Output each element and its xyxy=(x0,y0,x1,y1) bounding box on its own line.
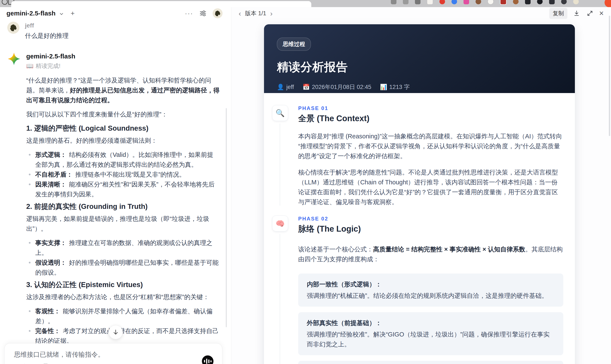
bullet-list: 形式逻辑：结构必须有效（Valid）。比如演绎推理中，如果前提全部为真，那么通过… xyxy=(26,150,220,199)
phase-section: 🔍 PHASE 01 全景 (The Context) 本内容是对“推理 (Re… xyxy=(264,105,563,207)
version-label: 版本 1/1 xyxy=(245,10,266,17)
bar-chart-icon: 📊 xyxy=(380,84,387,90)
report-body: 🔍 PHASE 01 全景 (The Context) 本内容是对“推理 (Re… xyxy=(264,93,575,364)
paragraph: 这是推理的基石。好的推理必须遵循逻辑法则： xyxy=(26,136,220,145)
expand-icon[interactable] xyxy=(586,9,594,17)
version-prev-button[interactable]: ‹ xyxy=(237,10,243,17)
browser-extension-icon[interactable] xyxy=(476,0,481,4)
list-item: 假设透明：好的推理会明确指明哪些是已知事实，哪些是基于可能的假设。 xyxy=(26,258,220,277)
user-message: jeff 什么是好的推理 xyxy=(7,22,220,40)
dimension-card: 外部真实性（前提基础）： 强调推理的“经验校准”。解决“GIGO（垃圾进，垃圾出… xyxy=(298,312,563,355)
message-author: jeff xyxy=(25,22,220,29)
report-meta: 👤jeff 📅2026年01月08日 02:45 📊1213 字 xyxy=(277,83,562,91)
report-badge: 思维过程 xyxy=(277,38,311,51)
meta-date: 📅2026年01月08日 02:45 xyxy=(303,83,371,91)
browser-profile-avatar[interactable] xyxy=(573,0,579,4)
paragraph: 这涉及推理者的心态和方法论，也是区分“杠精”和“思想家”的关键： xyxy=(26,292,220,302)
sliders-icon[interactable] xyxy=(199,10,207,17)
artifact-panel: ‹ 版本 1/1 › 复制 × 思维过程 xyxy=(231,7,611,364)
list-item: 因果清晰：能准确区分“相关性”和“因果关系”，不会轻率地将先后发生的事情归为因果… xyxy=(26,179,220,199)
section-heading: 2. 前提的真实性 (Grounding in Truth) xyxy=(26,202,220,211)
timeline-connector xyxy=(280,124,280,206)
browser-extension-icon[interactable] xyxy=(513,0,518,4)
browser-topbar xyxy=(0,0,611,7)
artifact-topbar: ‹ 版本 1/1 › 复制 × xyxy=(231,7,611,20)
paragraph: 核心情境在于解决“思考的随意性”问题。不论是人类通过批判性思维进行决策，还是大语… xyxy=(298,167,563,207)
more-options-button[interactable]: ··· xyxy=(185,10,193,16)
browser-extension-icon[interactable] xyxy=(488,0,494,4)
browser-extension-icon[interactable] xyxy=(525,0,531,4)
dimension-card: 内部一致性（形式逻辑）： 强调推理的“机械正确”。结论必须在给定的规则系统内逻辑… xyxy=(298,273,563,307)
new-topic-button[interactable]: + xyxy=(70,10,75,17)
composer-input[interactable]: 思维接口已就绪，请传输指令。 xyxy=(14,350,213,359)
gemini-logo-icon xyxy=(7,52,21,65)
browser-extension-icon[interactable] xyxy=(415,0,421,4)
assistant-status: 📖精读完成! xyxy=(26,62,220,70)
artifact-scrollbar[interactable] xyxy=(609,16,610,136)
extension-row xyxy=(391,0,579,5)
version-next-button[interactable]: › xyxy=(268,10,274,17)
paragraph: 该论述基于一个核心公式：高质量结论 = 结构完整性 × 事实准确性 × 认知自律… xyxy=(298,244,563,264)
browser-extension-icon[interactable] xyxy=(561,0,567,4)
list-item: 形式逻辑：结构必须有效（Valid）。比如演绎推理中，如果前提全部为真，那么通过… xyxy=(26,150,220,169)
card-term: 外部真实性（前提基础）： xyxy=(307,318,555,328)
dimension-cards: 内部一致性（形式逻辑）： 强调推理的“机械正确”。结论必须在给定的规则系统内逻辑… xyxy=(298,273,563,364)
report-header: 思维过程 精读分析报告 👤jeff 📅2026年01月08日 02:45 📊12… xyxy=(264,24,575,93)
browser-menu-icon[interactable] xyxy=(605,0,611,7)
browser-extension-icon[interactable] xyxy=(403,0,409,4)
report-title: 精读分析报告 xyxy=(277,59,562,75)
phase-title: 脉络 (The Logic) xyxy=(298,224,563,234)
timeline-connector xyxy=(280,234,280,364)
bullet-list: 事实支撑：推理建立在可靠的数据、准确的观测或公认的真理之上。 假设透明：好的推理… xyxy=(26,238,220,277)
person-icon: 👤 xyxy=(277,84,284,90)
phase-section: 🧠 PHASE 02 脉络 (The Logic) 该论述基于一个核心公式：高质… xyxy=(264,216,563,264)
markdown-body: “什么是好的推理？”这是一个涉及逻辑学、认知科学和哲学核心的问题。简单来说，好的… xyxy=(26,75,220,364)
browser-tab[interactable] xyxy=(11,1,311,7)
reload-icon[interactable] xyxy=(2,0,8,5)
paragraph: “什么是好的推理？”这是一个涉及逻辑学、认知科学和哲学核心的问题。简单来说，好的… xyxy=(26,75,220,105)
meta-word-count: 📊1213 字 xyxy=(380,83,410,91)
user-avatar[interactable] xyxy=(213,8,223,18)
phase-title: 全景 (The Context) xyxy=(298,113,563,124)
card-text: 强调推理的“经验校准”。解决“GIGO（垃圾进，垃圾出）”问题，确保推理引擎运行… xyxy=(307,329,555,349)
list-item: 事实支撑：推理建立在可靠的数据、准确的观测或公认的真理之上。 xyxy=(26,238,220,258)
assistant-message: gemini-2.5-flash 📖精读完成! “什么是好的推理？”这是一个涉及… xyxy=(7,52,220,364)
close-icon[interactable]: × xyxy=(599,10,604,17)
chat-panel: gemini-2.5-flash + ··· xyxy=(0,7,231,364)
message-author: gemini-2.5-flash xyxy=(26,53,220,60)
composer-toolbar: + xyxy=(14,363,49,364)
section-heading: 3. 认知的公正性 (Epistemic Virtues) xyxy=(26,280,220,289)
scroll-to-bottom-button[interactable] xyxy=(108,325,123,339)
model-selector[interactable]: gemini-2.5-flash xyxy=(6,10,55,17)
paragraph: 我们可以从以下四个维度来衡量什么是“好的推理”： xyxy=(26,109,220,119)
report-card: 思维过程 精读分析报告 👤jeff 📅2026年01月08日 02:45 📊12… xyxy=(264,24,575,364)
chat-scrollbar[interactable] xyxy=(226,108,227,327)
chevron-down-icon[interactable] xyxy=(59,11,64,16)
dimension-card: 主体伦理（认识美德）： 转向推理者的心理特征。引入奥卡姆剃刀和反向论证，旨在克服… xyxy=(298,361,563,364)
chat-scroll-area[interactable]: jeff 什么是好的推理 xyxy=(0,20,231,364)
magnifier-icon: 🔍 xyxy=(272,105,288,121)
section-heading: 1. 逻辑的严密性 (Logical Soundness) xyxy=(26,124,220,133)
browser-extension-icon[interactable] xyxy=(549,0,555,4)
brain-icon: 🧠 xyxy=(272,216,288,231)
chat-header: gemini-2.5-flash + ··· xyxy=(0,7,231,20)
browser-extension-icon[interactable] xyxy=(439,0,445,4)
phase-label: PHASE 01 xyxy=(298,105,563,112)
screen: gemini-2.5-flash + ··· xyxy=(0,0,611,364)
message-text: 什么是好的推理 xyxy=(25,32,220,40)
browser-extension-icon[interactable] xyxy=(500,0,506,5)
list-item: 完备性：考虑了对立的观点和潜在的反证，而不是只选择支持自己结论的证据。 xyxy=(26,326,220,346)
browser-extension-icon[interactable] xyxy=(537,0,543,4)
meta-author: 👤jeff xyxy=(277,84,294,91)
attach-plus-icon[interactable]: + xyxy=(14,362,19,364)
download-icon[interactable] xyxy=(572,9,581,17)
browser-extension-icon[interactable] xyxy=(452,0,457,4)
composer: 思维接口已就绪，请传输指令。 + xyxy=(4,343,222,364)
copy-button[interactable]: 复制 xyxy=(549,8,567,19)
list-item: 客观性：能够识别并尽量排除个人偏见（如幸存者偏差、确认偏差）。 xyxy=(26,306,220,326)
browser-extension-icon[interactable] xyxy=(391,0,397,4)
list-item: 不自相矛盾：推理链条中不能出现“既是又非”的情况。 xyxy=(26,169,220,179)
browser-extension-icon[interactable] xyxy=(464,0,469,4)
browser-extension-icon[interactable] xyxy=(427,0,433,4)
user-avatar[interactable] xyxy=(7,22,19,34)
